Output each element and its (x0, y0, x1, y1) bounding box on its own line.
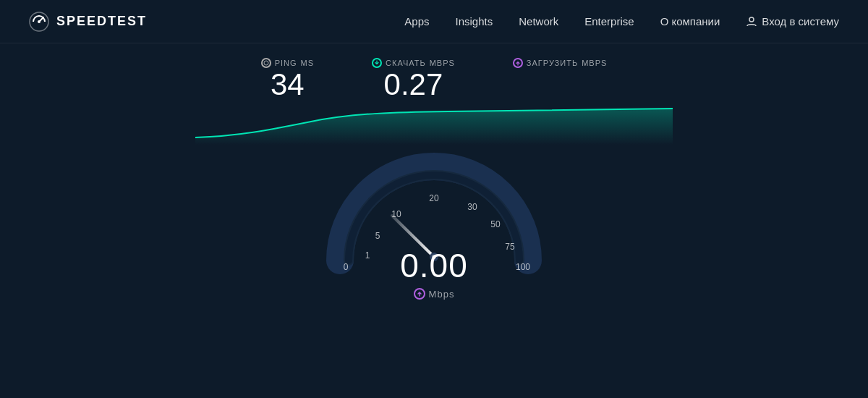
login-button[interactable]: Вход в систему (746, 15, 839, 27)
main-nav: Apps Insights Network Enterprise О компа… (404, 15, 839, 27)
main-content: PING ms 34 СКАЧАТЬ Mbps 0.27 (0, 43, 868, 398)
svg-text:30: 30 (467, 202, 477, 212)
upload-dot (513, 58, 523, 68)
gauge-unit-row: Mbps (414, 288, 455, 300)
gauge-unit-label: Mbps (429, 289, 455, 300)
user-icon (746, 16, 757, 27)
svg-point-4 (264, 61, 268, 65)
download-dot (372, 58, 382, 68)
svg-text:0: 0 (344, 262, 349, 272)
nav-insights[interactable]: Insights (456, 15, 493, 27)
header: SPEEDTEST Apps Insights Network Enterpri… (0, 0, 868, 43)
gauge-upload-dot (414, 288, 425, 300)
nav-about[interactable]: О компании (660, 15, 720, 27)
logo: SPEEDTEST (29, 12, 147, 32)
upload-label: ЗАГРУЗИТЬ Mbps (513, 58, 607, 68)
upload-icon (515, 60, 521, 66)
nav-enterprise[interactable]: Enterprise (584, 15, 634, 27)
download-label: СКАЧАТЬ Mbps (372, 58, 455, 68)
svg-point-2 (38, 20, 41, 23)
upload-stat: ЗАГРУЗИТЬ Mbps (513, 58, 607, 68)
ping-label: PING ms (261, 58, 314, 68)
gauge-value: 0.00 (400, 246, 468, 285)
svg-text:50: 50 (490, 219, 501, 229)
ping-dot (261, 58, 271, 68)
svg-point-3 (749, 17, 754, 22)
nav-network[interactable]: Network (519, 15, 558, 27)
nav-apps[interactable]: Apps (404, 15, 429, 27)
svg-text:1: 1 (365, 250, 370, 261)
login-label: Вход в систему (762, 15, 839, 27)
download-icon (374, 60, 380, 66)
svg-text:5: 5 (375, 231, 380, 241)
logo-text: SPEEDTEST (56, 14, 147, 29)
svg-text:75: 75 (505, 242, 515, 252)
ping-icon (263, 60, 269, 66)
svg-text:100: 100 (516, 262, 530, 272)
svg-text:20: 20 (429, 193, 439, 203)
speedtest-logo-icon (29, 12, 49, 32)
gauge-container: 0 1 5 10 20 30 50 75 100 (318, 130, 550, 304)
gauge-upload-icon (416, 290, 423, 297)
